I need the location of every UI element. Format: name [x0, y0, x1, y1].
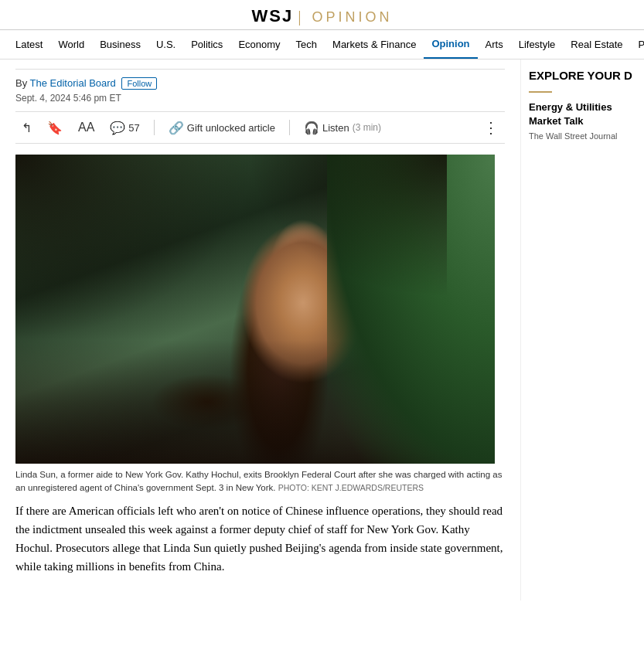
article-main: By The Editorial Board Follow Sept. 4, 2… [0, 60, 520, 600]
listen-button[interactable]: 🎧 Listen (3 min) [298, 121, 387, 135]
comments-icon: 💬 [110, 121, 125, 135]
nav-item-tech[interactable]: Tech [288, 31, 325, 58]
share-button[interactable]: ↰ [15, 121, 38, 135]
article-body: If there are American officials left who… [15, 502, 505, 576]
image-hair-left [15, 155, 255, 340]
nav-item-economy[interactable]: Economy [230, 31, 288, 58]
byline-prefix: By [15, 77, 27, 89]
nav-item-world[interactable]: World [50, 31, 92, 58]
listen-label: Listen [322, 122, 349, 134]
sidebar-item-sub-1: The Wall Street Journal [529, 131, 636, 141]
author-link[interactable]: The Editorial Board [30, 77, 116, 89]
toolbar-separator-1 [154, 120, 155, 135]
nav-item-business[interactable]: Business [92, 31, 148, 58]
image-hair-right [231, 155, 447, 309]
bookmark-button[interactable]: 🔖 [41, 121, 69, 135]
article-toolbar: ↰ 🔖 AA 💬 57 🔗 Gift unlocked article 🎧 Li… [15, 111, 505, 144]
header-logo: WSJ|OPINION [0, 0, 644, 30]
sidebar-item-1[interactable]: Energy & Utilities Market Talk The Wall … [529, 100, 636, 141]
listen-duration: (3 min) [353, 122, 381, 133]
nav-item-pers[interactable]: Pers. [631, 31, 644, 58]
nav-item-latest[interactable]: Latest [8, 31, 50, 58]
comments-button[interactable]: 💬 57 [104, 121, 145, 135]
article-sidebar: EXPLORE YOUR D Energy & Utilities Market… [520, 60, 644, 600]
article-date: Sept. 4, 2024 5:46 pm ET [15, 93, 505, 104]
article-image [15, 155, 495, 464]
nav-item-opinion[interactable]: Opinion [424, 30, 477, 59]
logo-separator: | [298, 6, 301, 26]
nav-item-arts[interactable]: Arts [478, 31, 511, 58]
opinion-wordmark: OPINION [312, 9, 393, 25]
byline: By The Editorial Board Follow [15, 77, 505, 90]
sidebar-item-title-1: Energy & Utilities Market Talk [529, 100, 636, 128]
more-options-button[interactable]: ⋮ [477, 118, 505, 137]
follow-button[interactable]: Follow [121, 77, 157, 90]
gift-button[interactable]: 🔗 Gift unlocked article [162, 121, 281, 135]
wsj-wordmark: WSJ [251, 6, 293, 26]
article-paragraph-1: If there are American officials left who… [15, 502, 505, 576]
caption-text: Linda Sun, a former aide to New York Gov… [15, 470, 502, 492]
toolbar-separator-2 [289, 120, 290, 135]
main-navigation: Latest World Business U.S. Politics Econ… [0, 30, 644, 60]
article-container: By The Editorial Board Follow Sept. 4, 2… [0, 60, 644, 600]
photo-credit: PHOTO: KENT J.EDWARDS/REUTERS [278, 483, 424, 492]
comments-count: 57 [128, 122, 139, 134]
nav-item-us[interactable]: U.S. [148, 31, 183, 58]
gift-label: Gift unlocked article [187, 122, 275, 134]
image-caption: Linda Sun, a former aide to New York Gov… [15, 468, 505, 495]
listen-icon: 🎧 [304, 121, 319, 135]
nav-item-lifestyle[interactable]: Lifestyle [511, 31, 564, 58]
nav-item-politics[interactable]: Politics [183, 31, 230, 58]
bookmark-icon: 🔖 [47, 121, 63, 135]
nav-item-realestate[interactable]: Real Estate [563, 31, 630, 58]
sidebar-divider [529, 91, 552, 93]
nav-item-markets[interactable]: Markets & Finance [325, 31, 424, 58]
article-image-container: Linda Sun, a former aide to New York Gov… [15, 155, 505, 495]
share-icon: ↰ [22, 121, 32, 135]
gift-icon: 🔗 [169, 121, 184, 135]
text-size-icon: AA [78, 121, 94, 134]
article-top-divider [15, 69, 505, 70]
sidebar-title: EXPLORE YOUR D [529, 69, 636, 82]
text-size-button[interactable]: AA [72, 121, 101, 134]
